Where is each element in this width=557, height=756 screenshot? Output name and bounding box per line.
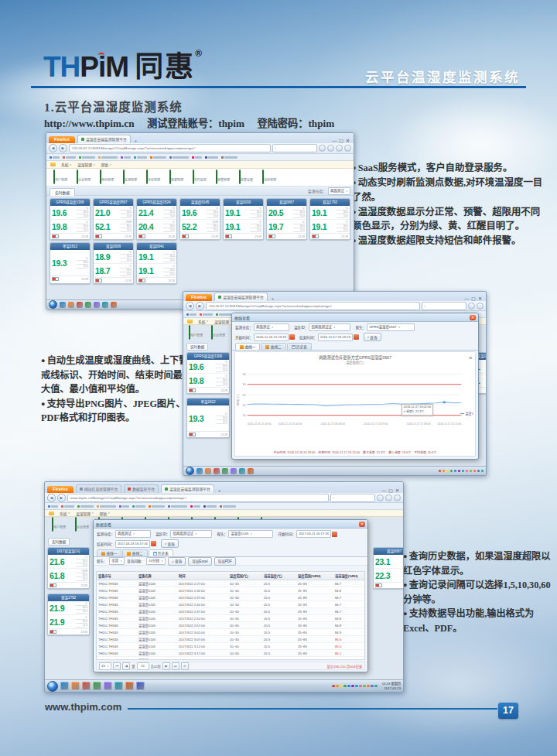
query-button[interactable]: ⌕查询 xyxy=(168,557,186,566)
firefox-menu-button[interactable]: Firefox xyxy=(49,136,75,143)
minimize-icon[interactable]: — xyxy=(332,139,337,143)
start-time-input[interactable]: 2016-12-16 21:19:19 xyxy=(254,334,289,341)
tab-curve-2[interactable]: 曲线二 xyxy=(261,343,285,350)
browser-tab[interactable]: 温湿度云端监测管理平台 xyxy=(77,135,131,143)
probe-select[interactable]: GPRS温湿度0567▼ xyxy=(367,323,415,331)
toolbar-button[interactable]: 用户管理 xyxy=(50,170,70,184)
toolbar-button[interactable]: 用户管理 xyxy=(49,518,69,532)
settings-icon[interactable] xyxy=(344,145,351,152)
start-button[interactable] xyxy=(49,300,57,309)
sensor-card[interactable]: GPRS双温度1524 21.4℃30.015.0 20.4℃30.015.0 … xyxy=(136,198,177,240)
tray-icon[interactable] xyxy=(443,470,446,473)
calendar-icon[interactable] xyxy=(151,541,156,546)
menu-system[interactable]: 系统▼ xyxy=(60,511,70,516)
maximize-icon[interactable]: ▢ xyxy=(339,138,343,143)
table-row[interactable]: THDU-TH345 温湿度0145 2017/3/22 3:12:00 10~… xyxy=(97,643,365,650)
tray-icon[interactable] xyxy=(446,470,449,473)
taskbar-app-icon[interactable] xyxy=(248,468,254,474)
menu-help[interactable]: 帮助▼ xyxy=(100,511,111,516)
bookmark-item[interactable] xyxy=(149,505,165,508)
back-icon[interactable]: ◀ xyxy=(186,302,194,310)
tray-icon[interactable] xyxy=(450,470,453,473)
taskbar-app-icon[interactable] xyxy=(60,302,66,308)
toolbar-button[interactable]: 消息管理 xyxy=(259,170,279,184)
zone-select[interactable]: 组两路测试试▼ xyxy=(309,323,350,331)
bookmark-item[interactable] xyxy=(61,505,74,508)
taskbar-app-icon[interactable] xyxy=(239,468,245,474)
tab-history-table[interactable]: 历史表 xyxy=(149,549,173,556)
bookmark-item[interactable] xyxy=(168,505,187,508)
toolbar-button[interactable]: 角色管理 xyxy=(97,170,117,184)
browser-tab[interactable]: 网站信息化管理平台 xyxy=(76,484,121,493)
taskbar-app-icon[interactable] xyxy=(231,468,237,474)
sensor-card[interactable]: 双温0041 19.1℃30.015.0 19.1℃30.015.0 21:29 xyxy=(136,242,177,284)
toolbar-button[interactable]: 实时监控 xyxy=(190,170,210,184)
taskbar-app-icon[interactable] xyxy=(136,682,145,690)
bookmark-item[interactable] xyxy=(192,156,202,159)
query-button[interactable]: ⌕查询 xyxy=(364,333,381,341)
sensor-card[interactable]: 单温1612 19.3℃30.015.0 21:29 xyxy=(50,242,91,284)
tray-icon[interactable] xyxy=(340,685,343,688)
page-number-input[interactable]: 15 xyxy=(137,662,149,670)
probe-filter-select[interactable]: 全部▼ xyxy=(109,557,125,565)
tab-curve-1[interactable]: 曲线一 xyxy=(97,549,121,556)
tray-icon[interactable] xyxy=(363,685,366,688)
last-page-icon[interactable]: ⏭ xyxy=(172,662,179,670)
bookmark-item[interactable] xyxy=(77,505,94,508)
new-tab-button[interactable]: + xyxy=(217,488,223,493)
bookmark-item[interactable] xyxy=(121,156,131,159)
taskbar-app-icon[interactable] xyxy=(68,302,74,308)
sensor-card[interactable]: 双温0067 20.5℃30.015.0 19.7℃30.015.0 21:29 xyxy=(266,198,307,240)
chart-menu-icon[interactable]: ≡ xyxy=(469,355,472,361)
maximize-icon[interactable]: ▢ xyxy=(388,487,393,493)
export-excel-button[interactable]: 导出Excel xyxy=(188,557,211,566)
bookmark-item[interactable] xyxy=(98,156,118,159)
table-row[interactable]: THDU-TH345 温湿度0145 2017/3/22 2:27:00 10~… xyxy=(97,580,365,587)
browser-tab[interactable]: 数据监控平台 xyxy=(124,484,159,493)
new-tab-button[interactable]: + xyxy=(133,139,139,143)
bookmark-item[interactable] xyxy=(169,156,189,159)
taskbar-app-icon[interactable] xyxy=(60,682,69,690)
download-icon[interactable] xyxy=(385,494,392,501)
taskbar-app-icon[interactable] xyxy=(77,302,83,308)
address-bar[interactable]: 120.26.67.12:8081/ManageC/CorpManage.asp… xyxy=(69,144,271,152)
taskbar-app-icon[interactable] xyxy=(85,302,91,308)
tray-icon[interactable] xyxy=(439,470,442,473)
bookmark-item[interactable] xyxy=(220,505,236,508)
start-time-input[interactable]: 2017-03-21 16:17:16 xyxy=(296,530,331,538)
tab-curve-1[interactable]: 曲线一 xyxy=(235,343,260,350)
warehouse-select[interactable]: 两路测试▼ xyxy=(328,187,350,195)
download-icon[interactable] xyxy=(336,145,343,152)
sensor-card[interactable]: 1917双温湿1号 21.6℃30.015.0 61.8%RH85.025.0 … xyxy=(47,547,90,589)
taskbar-app-icon[interactable] xyxy=(214,468,220,474)
sensor-card[interactable]: 双温0009 18.9℃30.015.0 18.7℃30.015.0 21:29 xyxy=(93,242,134,284)
bookmark-item[interactable] xyxy=(134,156,147,159)
sensor-card[interactable]: GPRS温湿度0567 21.0℃30.015.0 52.1%RH85.025.… xyxy=(93,198,134,240)
bookmark-item[interactable] xyxy=(186,313,196,316)
page-size-select[interactable]: 15▼ xyxy=(99,662,111,670)
menu-help[interactable]: 帮助▼ xyxy=(101,162,112,167)
search-box[interactable]: ⌕ xyxy=(422,302,466,310)
firefox-menu-button[interactable]: Firefox xyxy=(47,486,73,493)
calendar-icon[interactable] xyxy=(289,334,295,340)
tray-icon[interactable] xyxy=(351,685,354,688)
settings-icon[interactable] xyxy=(394,494,401,501)
menu-system[interactable]: 系统▼ xyxy=(198,319,209,324)
taskbar-app-icon[interactable] xyxy=(102,302,108,308)
calendar-icon[interactable] xyxy=(332,532,337,537)
taskbar-app-icon[interactable] xyxy=(93,682,101,690)
close-icon[interactable]: ✕ xyxy=(346,138,350,143)
home-icon[interactable] xyxy=(319,145,326,152)
address-bar[interactable]: www.thpim.cn/ManageC/CorpManage.aspx?act… xyxy=(67,494,329,502)
address-bar[interactable]: 120.26.67.12:8081/ManageC/CorpManage.asp… xyxy=(206,302,420,310)
back-icon[interactable]: ◀ xyxy=(47,494,56,502)
table-row[interactable]: THDU-TH345 温湿度0145 2017/3/22 3:22:00 10~… xyxy=(97,657,365,661)
tray-icon[interactable] xyxy=(367,685,370,688)
bookmark-icon[interactable] xyxy=(327,145,334,152)
taskbar-app-icon[interactable] xyxy=(94,302,100,308)
next-page-icon[interactable]: ▶ xyxy=(162,662,170,670)
minimize-icon[interactable]: — xyxy=(464,296,469,301)
chart-legend[interactable]: 温度1 xyxy=(460,411,473,416)
bookmark-item[interactable] xyxy=(203,505,217,508)
forward-icon[interactable]: ▶ xyxy=(196,302,204,310)
